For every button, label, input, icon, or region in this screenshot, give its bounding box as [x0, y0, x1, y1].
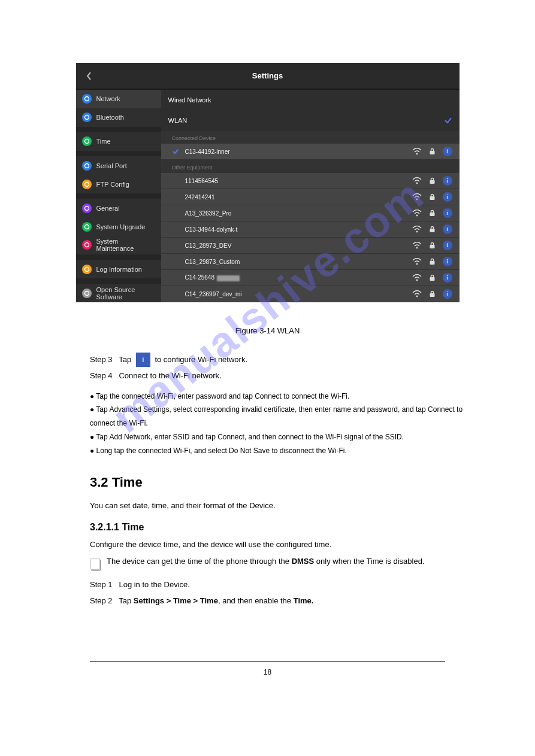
svg-point-10 — [416, 153, 418, 155]
network-option-wlan[interactable]: WLAN — [161, 110, 460, 130]
wifi-info-icon[interactable]: i — [443, 192, 452, 202]
svg-point-9 — [84, 291, 89, 295]
wifi-icon — [412, 274, 422, 281]
wifi-name: C13_29873_Custom — [185, 259, 407, 265]
svg-point-8 — [84, 267, 89, 271]
wifi-row[interactable]: 1114564545i — [161, 173, 460, 189]
step-4: Step 4 Connect to the Wi-Fi network. — [90, 369, 481, 382]
heading-time: 3.2 Time — [90, 475, 481, 490]
wifi-info-icon[interactable]: i — [443, 208, 452, 218]
maint-icon — [82, 240, 92, 250]
note-row: The device can get the time of the phone… — [90, 557, 481, 572]
wifi-row[interactable]: C14-25648i — [161, 270, 460, 286]
wifi-icon — [412, 242, 422, 249]
wifi-status-icons: i — [412, 147, 452, 156]
time-step-2-pre: Step 2 Tap — [90, 596, 131, 605]
lock-icon — [429, 148, 436, 155]
wifi-name: C13-34944-dolynk-t — [185, 226, 407, 233]
step-4-bullets: ● Tap the connected Wi-Fi, enter passwor… — [90, 390, 481, 458]
redacted-text — [217, 275, 240, 281]
wifi-info-icon[interactable]: i — [443, 147, 452, 156]
wifi-info-icon[interactable]: i — [443, 273, 452, 283]
heading-time-sub: You can set date, time, and their format… — [90, 501, 481, 510]
sidebar-item-ftp-config[interactable]: FTP Config — [76, 175, 161, 193]
log-icon — [82, 265, 92, 274]
sidebar-item-serial-port[interactable]: Serial Port — [76, 156, 161, 175]
wifi-icon — [412, 226, 422, 233]
wifi-row-connected[interactable]: C13-44192-inneri — [161, 144, 460, 160]
svg-rect-23 — [430, 261, 434, 265]
wifi-row[interactable]: C13_28973_DEVi — [161, 238, 460, 254]
note-tail: only when the Time is disabled. — [316, 557, 425, 566]
wifi-icon — [412, 290, 422, 297]
wifi-row[interactable]: A13_326392_Proi — [161, 205, 460, 221]
wifi-name: C14_236997_dev_mi — [185, 291, 407, 297]
sidebar-item-open-source-software[interactable]: Open Source Software — [76, 284, 161, 302]
up-icon — [82, 222, 92, 232]
time-paragraph: Configure the device time, and the devic… — [90, 539, 481, 551]
heading-time-sub2: 3.2.1.1 Time — [90, 522, 481, 533]
sidebar-item-system-upgrade[interactable]: System Upgrade — [76, 217, 161, 236]
sidebar-item-label: Time — [96, 138, 111, 145]
sidebar-divider — [76, 151, 161, 156]
wifi-info-icon[interactable]: i — [443, 289, 452, 299]
sidebar-divider — [76, 278, 161, 284]
connected-section-label: Connected Device — [161, 130, 460, 144]
note-icon — [90, 557, 102, 572]
sidebar-item-label: Open Source Software — [96, 286, 155, 300]
back-button[interactable] — [76, 63, 103, 89]
time-step-2-mid: Settings > Time > Time — [134, 596, 218, 605]
note-bullet: ● Tap the connected Wi-Fi, enter passwor… — [90, 390, 481, 403]
lock-icon — [429, 258, 436, 265]
sidebar-item-general[interactable]: General — [76, 199, 161, 217]
wifi-status-icons: i — [412, 289, 452, 299]
sidebar-item-system-maintenance[interactable]: System Maintenance — [76, 236, 161, 254]
network-option-label: Wired Network — [168, 96, 211, 104]
wifi-info-icon[interactable]: i — [443, 257, 452, 266]
wifi-name: C13_28973_DEV — [185, 242, 407, 249]
wifi-row[interactable]: C14_236997_dev_mii — [161, 286, 460, 302]
sidebar-item-label: Serial Port — [96, 162, 127, 169]
wifi-status-icons: i — [412, 192, 452, 202]
wifi-name: 242414241 — [185, 194, 407, 201]
wifi-info-icon[interactable]: i — [443, 176, 452, 186]
sidebar-item-label: Log Information — [96, 266, 142, 273]
wifi-info-icon[interactable]: i — [443, 241, 452, 250]
oss-icon — [82, 289, 92, 298]
lock-icon — [429, 274, 436, 281]
lock-icon — [429, 177, 436, 184]
settings-sidebar: NetworkBluetoothTimeSerial PortFTP Confi… — [76, 90, 161, 302]
wifi-info-icon[interactable]: i — [443, 224, 452, 234]
gen-icon — [82, 204, 92, 213]
note-bullet: ● Tap Advanced Settings, select correspo… — [90, 403, 481, 430]
sidebar-item-bluetooth[interactable]: Bluetooth — [76, 108, 161, 127]
wifi-row[interactable]: C13_29873_Customi — [161, 254, 460, 270]
svg-point-26 — [416, 296, 418, 297]
note-bullet: ● Tap Add Network, enter SSID and tap Co… — [90, 430, 481, 444]
time-step-1: Step 1 Log in to the Device. — [90, 578, 481, 591]
network-option-wired-network[interactable]: Wired Network — [161, 90, 460, 110]
sidebar-item-log-information[interactable]: Log Information — [76, 260, 161, 278]
wifi-name: A13_326392_Pro — [185, 210, 407, 217]
wifi-status-icons: i — [412, 241, 452, 250]
time-step-2: Step 2 Tap Settings > Time > Time, and t… — [90, 594, 481, 608]
footer-rule — [90, 661, 445, 662]
wifi-icon — [412, 210, 422, 217]
svg-point-14 — [416, 199, 418, 201]
globe-icon — [82, 94, 92, 104]
sidebar-item-time[interactable]: Time — [76, 132, 161, 151]
svg-rect-27 — [430, 293, 434, 297]
svg-rect-25 — [430, 277, 434, 281]
check-icon — [444, 116, 452, 125]
shot-title: Settings — [76, 71, 460, 80]
sidebar-item-network[interactable]: Network — [76, 90, 161, 108]
lock-icon — [429, 193, 436, 201]
shot-header: Settings — [76, 63, 460, 90]
figure-caption: Figure 3-14 WLAN — [54, 326, 481, 335]
wifi-row[interactable]: C13-34944-dolynk-ti — [161, 221, 460, 238]
clock-icon — [82, 136, 92, 146]
sidebar-divider — [76, 254, 161, 260]
sidebar-divider — [76, 193, 161, 199]
wifi-row[interactable]: 242414241i — [161, 189, 460, 205]
ftp-icon — [82, 180, 92, 189]
